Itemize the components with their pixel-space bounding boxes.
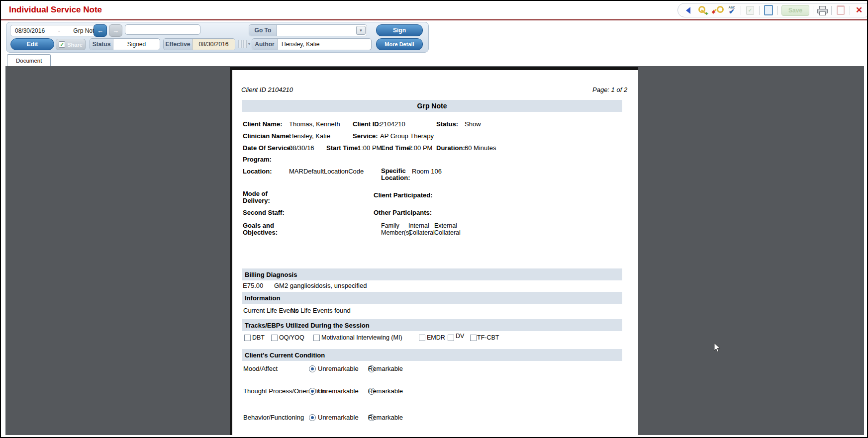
condition-row-thought: Thought Process/Orientation Unremarkable… xyxy=(232,387,638,395)
note-search-input[interactable] xyxy=(125,24,200,35)
behavior-functioning-label: Behavior/Functioning xyxy=(243,414,304,421)
checkbox-dv[interactable] xyxy=(448,335,454,341)
condition-row-behavior: Behavior/Functioning Unremarkable Remark… xyxy=(232,414,638,422)
start-time-value: 1:00 PM xyxy=(358,144,382,152)
new-document-icon[interactable] xyxy=(763,5,774,16)
effective-date-field[interactable]: 08/30/2016 xyxy=(193,39,235,50)
back-icon: ← xyxy=(97,27,103,34)
status-group: Status Signed xyxy=(90,38,160,50)
edit-button[interactable]: Edit xyxy=(10,38,54,50)
client-name-label: Client Name: xyxy=(243,120,282,128)
share-checkbox[interactable]: ✓ xyxy=(59,41,65,48)
toolbar-separator xyxy=(777,6,778,15)
author-group: Author Hensley, Katie xyxy=(252,38,372,50)
title-underline xyxy=(1,19,867,20)
toolbar-separator xyxy=(813,6,813,15)
toolbar-separator xyxy=(831,6,832,15)
diagnosis-description: GM2 gangliosidosis, unspecified xyxy=(274,282,367,289)
checkbox-dbt[interactable] xyxy=(244,335,251,341)
tab-document-label: Document xyxy=(16,58,42,64)
collapse-left-icon[interactable] xyxy=(683,5,694,16)
info-row: Client Name: Thomas, Kenneth Client ID: … xyxy=(232,120,638,128)
sign-button[interactable]: Sign xyxy=(376,24,423,36)
checkbox-dv-label: DV xyxy=(456,333,464,340)
billing-diagnosis-title: Billing Diagnosis xyxy=(245,271,297,278)
note-date-field[interactable]: 08/30/2016 - Grp Note xyxy=(10,25,102,36)
end-time-value: 2:00 PM xyxy=(408,144,432,152)
date-of-service-label: Date Of Service: xyxy=(243,144,292,152)
note-date-separator: - xyxy=(58,27,60,34)
mouse-cursor xyxy=(714,343,721,353)
mood-remarkable-label: Remarkable xyxy=(368,365,403,372)
note-date: 08/30/2016 xyxy=(15,27,45,34)
info-row: Date Of Service: 08/30/16 Start Time: 1:… xyxy=(232,144,638,152)
key-flag-icon[interactable]: ✶ xyxy=(712,5,723,16)
duration-value: 60 Minutes xyxy=(465,144,496,152)
external-collateral-label: External Collateral xyxy=(434,222,463,236)
validate-note-icon: ✓ xyxy=(745,5,756,16)
clinician-name-value: Hensley, Katie xyxy=(289,132,330,140)
tracks-header: Tracks/EBPs Utilized During the Session xyxy=(242,319,622,331)
radio-mood-unremarkable[interactable] xyxy=(309,365,316,372)
forward-button[interactable]: → xyxy=(109,24,122,37)
author-value: Hensley, Katie xyxy=(278,41,319,48)
checkbox-mi-label: Motivational Interviewing (MI) xyxy=(321,334,402,341)
mood-unremarkable-label: Unremarkable xyxy=(318,365,359,372)
duration-label: Duration: xyxy=(436,144,465,152)
key-add-icon[interactable]: + xyxy=(697,5,708,16)
icon-toolbar: + ✶ ABC✔ ✓ Save ✕ xyxy=(677,3,867,17)
share-button[interactable]: ✓ Share xyxy=(56,39,86,50)
client-id-label: Client ID: xyxy=(353,120,381,128)
client-name-value: Thomas, Kenneth xyxy=(289,120,340,128)
clinician-name-label: Clinician Name: xyxy=(243,132,291,140)
start-time-label: Start Time: xyxy=(326,144,360,152)
title-bar: Individual Service Note + ✶ ABC✔ ✓ Save xyxy=(1,1,867,19)
tracks-checkbox-row: DBT OQ/YOQ Motivational Interviewing (MI… xyxy=(232,334,638,342)
radio-thought-unremarkable[interactable] xyxy=(309,388,316,395)
checkbox-emdr[interactable] xyxy=(419,335,425,341)
share-label: Share xyxy=(67,42,83,48)
checkbox-emdr-label: EMDR xyxy=(427,334,445,341)
checkbox-oq-yoq[interactable] xyxy=(271,335,278,341)
toolbar-separator xyxy=(850,6,850,15)
checkbox-oq-yoq-label: OQ/YOQ xyxy=(279,334,304,341)
checkbox-mi[interactable] xyxy=(313,335,320,341)
tab-document[interactable]: Document xyxy=(7,54,51,66)
status-value: Signed xyxy=(113,41,160,48)
information-title: Information xyxy=(245,294,281,302)
behavior-unremarkable-label: Unremarkable xyxy=(318,414,359,421)
checkbox-tf-cbt[interactable] xyxy=(470,335,477,341)
tracks-title: Tracks/EBPs Utilized During the Session xyxy=(245,322,370,329)
behavior-remarkable-label: Remarkable xyxy=(368,414,403,421)
goto-select[interactable]: ▼ xyxy=(277,25,367,36)
chevron-down-icon: ▼ xyxy=(359,28,363,33)
spell-check-icon[interactable]: ABC✔ xyxy=(726,5,737,16)
mode-of-delivery-label: Mode of Delivery: xyxy=(243,190,276,204)
forward-icon: → xyxy=(112,27,119,34)
effective-label: Effective xyxy=(164,39,193,50)
more-detail-button[interactable]: More Detail xyxy=(376,38,423,50)
condition-row-mood: Mood/Affect Unremarkable Remarkable xyxy=(232,365,638,373)
specific-location-label: Specific Location: xyxy=(381,168,412,181)
radio-behavior-unremarkable[interactable] xyxy=(309,414,316,421)
effective-group: Effective 08/30/2016 xyxy=(163,38,235,50)
goto-dropdown-button[interactable]: ▼ xyxy=(356,26,366,35)
goals-objectives-label: Goals and Objectives: xyxy=(243,222,281,236)
document-title-bar: Grp Note xyxy=(242,100,622,112)
app-window: Individual Service Note + ✶ ABC✔ ✓ Save xyxy=(1,1,867,437)
billing-diagnosis-header: Billing Diagnosis xyxy=(242,268,622,280)
other-participants-label: Other Participants: xyxy=(374,209,432,216)
print-icon[interactable] xyxy=(817,5,828,16)
checkbox-tf-cbt-label: TF-CBT xyxy=(477,334,499,341)
toolbar-separator xyxy=(741,6,741,15)
calendar-caret-icon[interactable]: ▼ xyxy=(247,42,251,46)
back-button[interactable]: ← xyxy=(94,24,107,37)
calendar-icon[interactable] xyxy=(238,40,247,48)
second-staff-label: Second Staff: xyxy=(243,209,285,216)
info-row: Clinician Name: Hensley, Katie Service: … xyxy=(232,132,638,140)
thought-unremarkable-label: Unremarkable xyxy=(318,387,359,395)
save-button: Save xyxy=(781,5,809,16)
document-viewer[interactable]: Client ID 2104210 Page: 1 of 2 Grp Note … xyxy=(5,66,864,435)
close-icon[interactable]: ✕ xyxy=(854,5,865,16)
toolbar-separator xyxy=(759,6,760,15)
